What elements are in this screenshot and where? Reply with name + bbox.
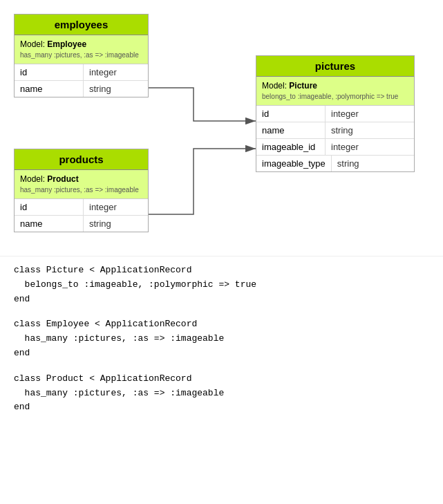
table-pictures-model: Model: Picture belongs_to :imageable, :p… (256, 77, 414, 106)
table-row: id integer (15, 199, 148, 216)
table-row: imageable_id integer (256, 139, 414, 156)
diagram-area: employees Model: Employee has_many :pict… (0, 0, 443, 256)
table-row: id integer (15, 64, 148, 81)
code-block-employee: class Employee < ApplicationRecord has_m… (14, 317, 429, 360)
table-row: imageable_type string (256, 156, 414, 171)
table-employees-header: employees (15, 15, 148, 35)
table-pictures: pictures Model: Picture belongs_to :imag… (256, 55, 415, 172)
code-block-product: class Product < ApplicationRecord has_ma… (14, 372, 429, 415)
table-products-model: Model: Product has_many :pictures, :as =… (15, 170, 148, 199)
table-products-rows: id integer name string (15, 199, 148, 232)
table-products-header: products (15, 149, 148, 170)
table-pictures-header: pictures (256, 56, 414, 77)
table-row: name string (15, 81, 148, 97)
table-products: products Model: Product has_many :pictur… (14, 149, 149, 232)
connector-employees-pictures (142, 88, 256, 121)
connector-products-pictures (142, 149, 256, 214)
code-area: class Picture < ApplicationRecord belong… (0, 256, 443, 440)
table-employees-model: Model: Employee has_many :pictures, :as … (15, 35, 148, 64)
table-row: name string (256, 122, 414, 139)
table-row: name string (15, 216, 148, 232)
code-block-picture: class Picture < ApplicationRecord belong… (14, 263, 429, 306)
table-employees: employees Model: Employee has_many :pict… (14, 14, 149, 97)
table-row: id integer (256, 106, 414, 122)
table-employees-rows: id integer name string (15, 64, 148, 97)
table-pictures-rows: id integer name string imageable_id inte… (256, 106, 414, 171)
